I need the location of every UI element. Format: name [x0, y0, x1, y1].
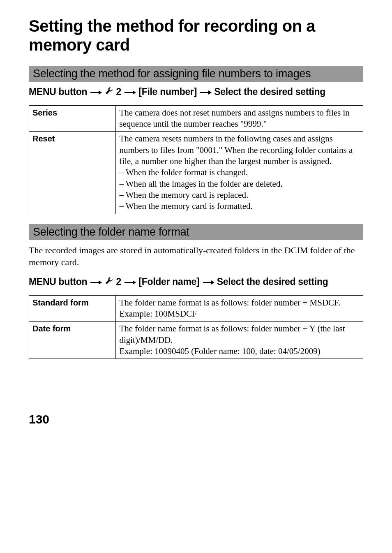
svg-marker-1 [99, 90, 102, 95]
table-label-date: Date form [29, 322, 116, 359]
table-desc-reset: The camera resets numbers in the followi… [116, 132, 363, 214]
reset-desc-item: – When the memory card is formatted. [119, 201, 360, 212]
menu-number: 2 [114, 86, 122, 97]
menu-path-folder-name: MENU button 2 [Folder name] Select the d… [29, 276, 363, 289]
arrow-icon [124, 276, 136, 289]
menu-item: [Folder name] [138, 276, 199, 287]
svg-marker-7 [99, 280, 102, 285]
reset-desc-main: The camera resets numbers in the followi… [119, 133, 360, 167]
table-label-reset: Reset [29, 132, 116, 214]
section-header-folder-name: Selecting the folder name format [29, 224, 363, 240]
standard-desc-example: Example: 100MSDCF [119, 308, 360, 319]
menu-number: 2 [114, 276, 122, 287]
table-row: Series The camera does not reset numbers… [29, 105, 363, 132]
standard-desc-main: The folder name format is as follows: fo… [119, 297, 360, 308]
menu-prefix: MENU button [29, 86, 87, 97]
page-title: Setting the method for recording on a me… [29, 16, 363, 54]
date-desc-main: The folder name format is as follows: fo… [119, 323, 360, 346]
table-label-standard: Standard form [29, 295, 116, 322]
svg-marker-3 [133, 90, 136, 95]
arrow-icon [202, 276, 214, 289]
page-number: 130 [29, 412, 363, 426]
arrow-icon [90, 276, 102, 289]
file-number-table: Series The camera does not reset numbers… [29, 105, 363, 214]
table-row: Date form The folder name format is as f… [29, 322, 363, 359]
wrench-icon [105, 86, 114, 99]
menu-suffix: Select the desired setting [217, 276, 328, 287]
svg-marker-9 [133, 280, 136, 285]
folder-name-body: The recorded images are stored in automa… [29, 244, 363, 268]
arrow-icon [124, 86, 136, 99]
table-row: Reset The camera resets numbers in the f… [29, 132, 363, 214]
menu-prefix: MENU button [29, 276, 87, 287]
arrow-icon [90, 86, 102, 99]
table-label-series: Series [29, 105, 116, 132]
reset-desc-item: – When all the images in the folder are … [119, 178, 360, 190]
svg-marker-5 [208, 90, 212, 95]
menu-item: [File number] [138, 86, 197, 97]
arrow-icon [199, 86, 212, 99]
table-desc-date: The folder name format is as follows: fo… [116, 322, 363, 359]
menu-suffix: Select the desired setting [214, 86, 325, 97]
svg-marker-11 [211, 280, 214, 285]
section-header-file-numbers: Selecting the method for assigning file … [29, 66, 363, 82]
folder-name-table: Standard form The folder name format is … [29, 295, 363, 359]
table-desc-standard: The folder name format is as follows: fo… [116, 295, 363, 322]
table-desc-series: The camera does not reset numbers and as… [116, 105, 363, 132]
reset-desc-item: – When the memory card is replaced. [119, 190, 360, 201]
menu-path-file-number: MENU button 2 [File number] Select the d… [29, 86, 363, 99]
reset-desc-item: – When the folder format is changed. [119, 167, 360, 178]
date-desc-example: Example: 10090405 (Folder name: 100, dat… [119, 346, 360, 357]
table-row: Standard form The folder name format is … [29, 295, 363, 322]
wrench-icon [105, 276, 114, 289]
